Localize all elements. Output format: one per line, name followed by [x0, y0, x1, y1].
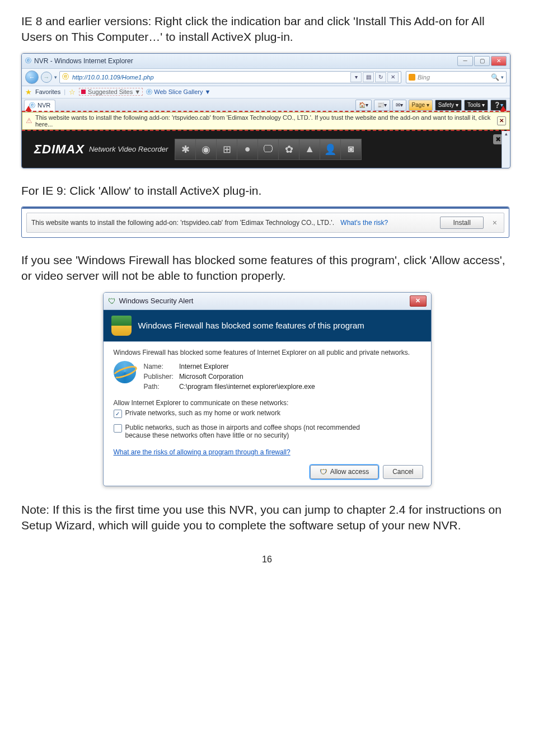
- path-value: C:\program files\internet explorer\iexpl…: [179, 382, 320, 391]
- checkbox-private-networks-label: Private networks, such as my home or wor…: [125, 409, 280, 417]
- home-button[interactable]: 🏠▾: [355, 100, 372, 111]
- nvr-icon-network[interactable]: ⊞: [217, 139, 237, 160]
- callout-arrow-icon: [25, 106, 32, 111]
- checkbox-private-networks[interactable]: ✓: [114, 410, 122, 418]
- checkbox-public-networks[interactable]: [114, 424, 122, 433]
- mail-button[interactable]: ✉▾: [392, 100, 406, 111]
- search-placeholder: Bing: [418, 74, 491, 81]
- uac-shield-icon-overlay: 🛡: [320, 468, 327, 476]
- allow-networks-label: Allow Internet Explorer to communicate o…: [114, 399, 421, 407]
- program-details-table: Name: Internet Explorer Publisher: Micro…: [143, 361, 321, 392]
- whats-the-risk-link[interactable]: What's the risk?: [340, 219, 388, 227]
- wsa-banner-text: Windows Firewall has blocked some featur…: [138, 321, 364, 330]
- ie8-titlebar: ⓔ NVR - Windows Internet Explorer ─ ▢ ✕: [22, 54, 510, 69]
- internet-explorer-icon: [114, 361, 136, 383]
- compatibility-icon[interactable]: ▤: [363, 72, 374, 82]
- bing-icon: [409, 74, 415, 81]
- edimax-subtitle: Network Video Recorder: [89, 145, 168, 153]
- nvr-icon-record[interactable]: ◉: [196, 139, 217, 160]
- shield-icon: 🛡: [108, 297, 116, 306]
- search-icon[interactable]: 🔍: [491, 73, 499, 81]
- paragraph-ie8-intro: IE 8 and earlier versions: Right click t…: [21, 13, 513, 45]
- warning-icon: ⚠: [26, 116, 32, 125]
- nvr-icon-user[interactable]: 👤: [320, 139, 341, 160]
- nav-toolbar: ← → ▾ ⓔ http://10.0.10.109/Home1.php ▾ ▤…: [22, 69, 510, 86]
- ie9-notification-bar: This website wants to install the follow…: [26, 213, 504, 233]
- information-bar[interactable]: ⚠ This website wants to install the foll…: [22, 112, 510, 130]
- nvr-icon-camera[interactable]: ◙: [341, 139, 362, 160]
- maximize-button[interactable]: ▢: [474, 56, 490, 66]
- nav-history-dropdown[interactable]: ▾: [54, 74, 57, 80]
- wsa-lead-text: Windows Firewall has blocked some featur…: [114, 349, 421, 356]
- paragraph-note: Note: If this is the first time you use …: [21, 502, 513, 534]
- tab-label: NVR: [38, 102, 50, 109]
- wsa-close-button[interactable]: ✕: [410, 295, 427, 307]
- callout-arrow-icon: [500, 106, 507, 111]
- install-button[interactable]: Install: [440, 217, 483, 229]
- ie9-notification-frame: This website wants to install the follow…: [21, 206, 509, 238]
- page-menu[interactable]: Page ▾: [409, 100, 433, 111]
- page-favicon-icon: ⓔ: [62, 72, 69, 82]
- refresh-icon[interactable]: ↻: [375, 72, 386, 82]
- ie-favicon-icon: ⓔ: [25, 57, 31, 65]
- name-value: Internet Explorer: [179, 362, 320, 371]
- firewall-risks-link[interactable]: What are the risks of allowing a program…: [114, 448, 291, 456]
- web-slice-label: Web Slice Gallery ▼: [154, 88, 210, 95]
- forward-button[interactable]: →: [41, 72, 52, 83]
- nvr-icon-snowflake[interactable]: ✱: [175, 139, 196, 160]
- back-button[interactable]: ←: [25, 71, 39, 84]
- publisher-label: Publisher:: [144, 372, 178, 381]
- paragraph-firewall-intro: If you see 'Windows Firewall has blocked…: [21, 252, 513, 284]
- nvr-icon-dot[interactable]: ●: [237, 139, 258, 160]
- big-shield-icon: [111, 316, 132, 336]
- publisher-value: Microsoft Corporation: [179, 372, 320, 381]
- ie8-window: ⓔ NVR - Windows Internet Explorer ─ ▢ ✕ …: [21, 53, 510, 168]
- nvr-icon-monitor[interactable]: 🖵: [258, 139, 279, 160]
- path-label: Path:: [144, 382, 178, 391]
- address-bar[interactable]: ⓔ http://10.0.10.109/Home1.php ▾ ▤ ↻ ✕: [59, 71, 401, 83]
- wsa-titlebar: 🛡 Windows Security Alert ✕: [104, 293, 431, 310]
- paragraph-ie9-intro: For IE 9: Click 'Allow' to install Activ…: [21, 183, 513, 199]
- checkbox-public-networks-label: Public networks, such as those in airpor…: [125, 424, 360, 439]
- window-title: NVR - Windows Internet Explorer: [34, 57, 133, 65]
- information-bar-text: This website wants to install the follow…: [35, 114, 497, 128]
- tab-bar: ⓔ NVR 🏠▾ 📰▾ ✉▾ Page ▾ Safety ▾ Tools ▾ ❔…: [22, 98, 510, 112]
- name-label: Name:: [144, 362, 178, 371]
- safety-menu[interactable]: Safety ▾: [435, 100, 462, 111]
- page-number: 16: [21, 555, 513, 565]
- wsa-banner: Windows Firewall has blocked some featur…: [104, 310, 431, 342]
- suggested-sites-link[interactable]: Suggested Sites ▼: [79, 88, 143, 96]
- favorites-add-icon[interactable]: ☆: [69, 88, 76, 96]
- feeds-button[interactable]: 📰▾: [374, 100, 390, 111]
- tools-menu[interactable]: Tools ▾: [464, 100, 488, 111]
- web-slice-link[interactable]: ⓔ Web Slice Gallery ▼: [146, 88, 210, 96]
- favorites-bar: ★ Favorites | ☆ Suggested Sites ▼ ⓔ Web …: [22, 86, 510, 98]
- allow-access-button[interactable]: 🛡 🛡 Allow access: [310, 465, 378, 479]
- allow-access-button-label: Allow access: [330, 468, 369, 476]
- edimax-logo: ΣDIMAX: [34, 142, 85, 157]
- address-dropdown-icon[interactable]: ▾: [350, 72, 362, 82]
- search-box[interactable]: Bing 🔍 ▾: [406, 71, 507, 83]
- favorites-star-icon[interactable]: ★: [25, 88, 32, 96]
- ie9-close-button[interactable]: ×: [490, 218, 499, 227]
- ie9-message: This website wants to install the follow…: [31, 219, 388, 227]
- url-text: http://10.0.10.109/Home1.php: [71, 74, 350, 81]
- page-scrollbar-up[interactable]: ▴: [502, 131, 510, 168]
- favorites-label[interactable]: Favorites: [35, 88, 60, 95]
- window-close-button[interactable]: ✕: [491, 56, 507, 66]
- nvr-icon-alert[interactable]: ▲: [299, 139, 320, 160]
- windows-security-alert-dialog: 🛡 Windows Security Alert ✕ Windows Firew…: [103, 292, 432, 486]
- nvr-icon-settings[interactable]: ✿: [279, 139, 299, 160]
- suggested-sites-label: Suggested Sites ▼: [88, 88, 140, 95]
- cancel-button[interactable]: Cancel: [383, 465, 423, 479]
- infobar-close-button[interactable]: ✕: [497, 116, 506, 125]
- stop-icon[interactable]: ✕: [387, 72, 399, 82]
- minimize-button[interactable]: ─: [457, 56, 473, 66]
- page-content: ΣDIMAX Network Video Recorder ✱ ◉ ⊞ ● 🖵 …: [22, 130, 510, 168]
- search-provider-dropdown[interactable]: ▾: [501, 74, 504, 80]
- wsa-title-text: Windows Security Alert: [119, 297, 194, 305]
